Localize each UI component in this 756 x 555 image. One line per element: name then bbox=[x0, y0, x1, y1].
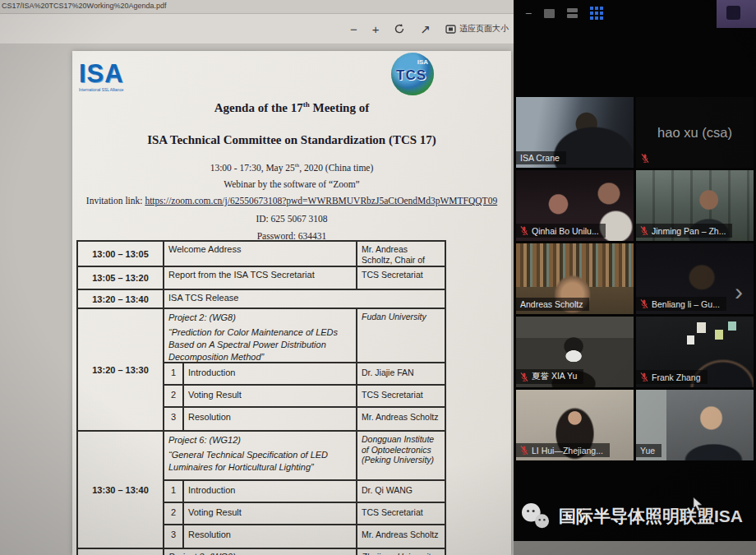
muted-mic-icon bbox=[520, 445, 528, 456]
agenda-project-block: 13:20 – 13:30 Project 2: (WG8) “Predicti… bbox=[78, 309, 445, 432]
zoom-window: − ISA Crane hao xu (csa) Qinhai Bo Unilu… bbox=[514, 0, 756, 541]
zoom-invitation-link[interactable]: https://zoom.com.cn/j/62550673108?pwd=WW… bbox=[145, 196, 497, 206]
screen-bezel bbox=[514, 541, 756, 555]
agenda-row: 13:00 – 13:05 Welcome Address Mr. Andrea… bbox=[78, 242, 445, 267]
meeting-datetime: 13:00 - 17:30, May 25th, 2020 (China tim… bbox=[72, 162, 511, 173]
pdf-page: ISA International SSL Alliance ISA TCS A… bbox=[72, 51, 511, 555]
participant-name-center: hao xu (csa) bbox=[636, 97, 754, 168]
agenda-table: 13:00 – 13:05 Welcome Address Mr. Andrea… bbox=[76, 240, 446, 555]
participant-name-tag: ISA Crane bbox=[516, 151, 566, 164]
desktop-corner bbox=[717, 0, 756, 28]
video-tile-yue[interactable]: Yue bbox=[636, 390, 754, 460]
pdf-canvas: ISA International SSL Alliance ISA TCS A… bbox=[0, 45, 514, 555]
invitation-line: Invitation link: https://zoom.com.cn/j/6… bbox=[72, 196, 511, 206]
video-tile-li-hui[interactable]: LI Hui—Zhejiang... bbox=[516, 390, 634, 460]
participant-name-tag: Benliang li – Gu... bbox=[636, 297, 726, 311]
agenda-project-block: 13:30 – 13:40 Project 6: (WG12) “General… bbox=[78, 432, 445, 549]
window-icon[interactable] bbox=[544, 9, 555, 18]
participant-name-tag: Jinming Pan – Zh... bbox=[636, 224, 732, 238]
file-path-bar: CS17/ISA%20TCS17%20Working%20Agenda.pdf bbox=[0, 0, 514, 14]
gallery-view-icon[interactable] bbox=[590, 7, 603, 20]
muted-mic-icon bbox=[640, 372, 648, 382]
agenda-step: 3 Resolution Mr. Andreas Scholtz bbox=[164, 525, 445, 548]
participant-name-tag: Yue bbox=[636, 444, 662, 457]
muted-mic-icon bbox=[520, 225, 528, 236]
participant-name-tag: 夏誉 XIA Yu bbox=[516, 369, 583, 384]
fit-page-button[interactable]: 适应页面大小 bbox=[445, 25, 509, 34]
muted-mic-icon bbox=[641, 153, 649, 164]
video-tile-hao-xu[interactable]: hao xu (csa) bbox=[636, 97, 754, 168]
speaker-view-icon[interactable] bbox=[567, 8, 578, 18]
zoom-titlebar: − bbox=[525, 5, 603, 21]
project-title: Project 6: (WG12) “General Technical Spe… bbox=[164, 432, 357, 479]
agenda-step: 1 Introduction Dr. Jiajie FAN bbox=[164, 363, 445, 386]
wechat-watermark: 国际半导体照明联盟ISA bbox=[520, 493, 743, 539]
wechat-icon bbox=[520, 502, 551, 530]
zoom-in-button[interactable]: + bbox=[372, 23, 380, 35]
participant-name-tag: Andreas Scholtz bbox=[516, 298, 589, 311]
mouse-cursor bbox=[693, 497, 704, 511]
muted-mic-icon bbox=[640, 225, 648, 236]
video-tile-qinhai-bo[interactable]: Qinhai Bo Unilu... bbox=[516, 170, 634, 241]
next-page-chevron[interactable]: › bbox=[735, 280, 743, 304]
watermark-label: 国际半导体照明联盟ISA bbox=[559, 505, 743, 528]
video-tile-andreas-scholtz[interactable]: Andreas Scholtz bbox=[516, 243, 634, 314]
file-path: CS17/ISA%20TCS17%20Working%20Agenda.pdf bbox=[0, 0, 514, 10]
agenda-step: 1 Introduction Dr. Qi WANG bbox=[164, 481, 445, 503]
agenda-row-partial: Project 3: (WG9) Zhejiang University bbox=[78, 549, 445, 555]
participant-name-tag: LI Hui—Zhejiang... bbox=[516, 443, 610, 457]
video-tile-frank-zhang[interactable]: Frank Zhang bbox=[636, 317, 754, 387]
video-gallery: ISA Crane hao xu (csa) Qinhai Bo Unilu..… bbox=[516, 97, 754, 460]
project-org: Dongguan Institute of Optoelectronics (P… bbox=[357, 432, 445, 479]
fit-page-label: 适应页面大小 bbox=[459, 25, 509, 33]
doc-title-line2: ISA Technical Committee on Standardizati… bbox=[72, 133, 511, 147]
zoom-out-button[interactable]: − bbox=[350, 23, 357, 35]
participant-name-tag: Qinhai Bo Unilu... bbox=[516, 224, 606, 238]
isa-logo: ISA International SSL Alliance bbox=[79, 61, 154, 95]
agenda-step: 3 Resolution Mr. Andreas Scholtz bbox=[164, 408, 445, 430]
agenda-step: 2 Voting Result TCS Secretariat bbox=[164, 386, 445, 408]
expand-icon[interactable]: ↗ bbox=[420, 23, 431, 35]
minimize-icon[interactable]: − bbox=[525, 7, 532, 19]
pdf-toolbar: − + ↗ 适应页面大小 bbox=[0, 14, 514, 44]
project-title: Project 2: (WG8) “Prediction for Color M… bbox=[164, 309, 357, 362]
pdf-viewer: CS17/ISA%20TCS17%20Working%20Agenda.pdf … bbox=[0, 0, 514, 555]
video-tile-isa-crane[interactable]: ISA Crane bbox=[516, 97, 634, 168]
muted-mic-icon bbox=[520, 372, 528, 382]
webinar-line: Webinar by the software of “Zoom” bbox=[72, 179, 511, 189]
agenda-step: 2 Voting Result TCS Secretariat bbox=[164, 503, 445, 525]
participant-name-tag: Frank Zhang bbox=[636, 370, 708, 384]
agenda-row: 13:20 – 13:40 ISA TCS Release bbox=[78, 290, 445, 309]
meeting-id: ID: 625 5067 3108 bbox=[72, 214, 511, 224]
video-tile-jinming-pan[interactable]: Jinming Pan – Zh... bbox=[636, 170, 754, 241]
rotate-icon[interactable] bbox=[394, 23, 405, 35]
video-tile-xia-yu[interactable]: 夏誉 XIA Yu bbox=[516, 317, 634, 387]
muted-mic-icon bbox=[640, 298, 648, 309]
doc-title-line1: Agenda of the 17th Meeting of bbox=[72, 100, 511, 115]
tcs-logo: ISA TCS bbox=[391, 53, 434, 95]
project-org: Fudan University bbox=[357, 309, 445, 362]
agenda-row: 13:05 – 13:20 Report from the ISA TCS Se… bbox=[78, 267, 445, 290]
app-icon bbox=[726, 6, 740, 20]
